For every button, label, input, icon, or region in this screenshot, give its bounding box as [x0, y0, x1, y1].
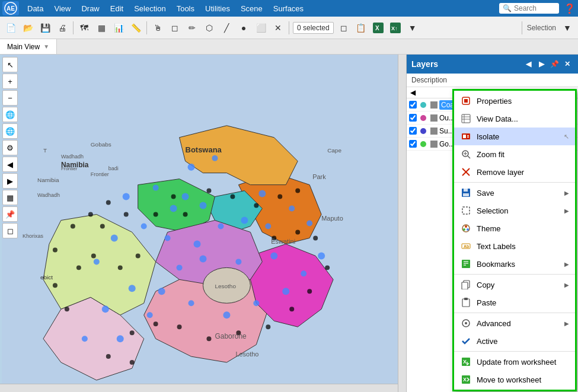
layer-check-0[interactable] — [409, 101, 417, 109]
open-btn[interactable]: 📂 — [20, 20, 36, 36]
panel-fwd-btn[interactable]: ▶ — [535, 58, 547, 70]
menu-data[interactable]: Data — [23, 3, 48, 14]
map-back-btn[interactable]: ◀ — [2, 157, 18, 172]
ctx-advanced[interactable]: Advanced ▶ — [454, 314, 575, 332]
panel-back-btn[interactable]: ◀ — [522, 58, 534, 70]
svg-point-25 — [282, 288, 289, 295]
map-fwd-btn[interactable]: ▶ — [2, 173, 18, 189]
svg-point-35 — [129, 285, 136, 292]
new-btn[interactable]: 📄 — [2, 20, 19, 36]
svg-point-126 — [467, 228, 469, 231]
menu-draw[interactable]: Draw — [76, 3, 104, 14]
excel2-btn[interactable]: X↑ — [387, 20, 404, 36]
ctx-properties-label: Properties — [477, 97, 569, 106]
svg-point-62 — [266, 324, 270, 329]
sel-drop[interactable]: ▼ — [559, 20, 576, 36]
map-flag-btn[interactable]: 📌 — [2, 206, 18, 222]
ctx-view-data[interactable]: View Data... — [454, 110, 575, 128]
svg-text:Wadhadh: Wadhadh — [37, 192, 60, 198]
ctx-isolate[interactable]: Isolate ↖ — [454, 128, 575, 145]
sel-icon[interactable]: ◻ — [336, 20, 352, 36]
search-box[interactable]: 🔍 — [499, 3, 559, 14]
more-btn[interactable]: ▼ — [404, 20, 421, 36]
map-scroll-horizontal[interactable] — [0, 384, 398, 392]
menu-view[interactable]: View — [49, 3, 75, 14]
map-btn[interactable]: 🗺 — [76, 20, 92, 36]
select-btn[interactable]: ◻ — [167, 20, 183, 36]
save-btn[interactable]: 💾 — [37, 20, 53, 36]
chart-btn[interactable]: 📊 — [110, 20, 127, 36]
measure-btn[interactable]: 📏 — [127, 20, 144, 36]
menu-tools[interactable]: Tools — [172, 3, 199, 14]
svg-point-36 — [94, 259, 100, 264]
svg-point-100 — [420, 128, 426, 134]
menu-scene[interactable]: Scene — [236, 3, 267, 14]
svg-point-18 — [235, 259, 241, 264]
svg-point-45 — [136, 253, 140, 258]
svg-text:Frontier: Frontier — [91, 171, 109, 177]
ctx-selection[interactable]: Selection ▶ — [454, 202, 575, 219]
excel-btn[interactable]: X — [370, 20, 387, 36]
print-btn[interactable]: 🖨 — [54, 20, 71, 36]
ctx-save-arrow: ▶ — [564, 190, 569, 196]
rect-btn[interactable]: ⬜ — [253, 20, 269, 36]
svg-text:Park: Park — [312, 173, 326, 180]
svg-point-12 — [165, 235, 171, 241]
svg-point-42 — [76, 265, 81, 270]
map-home-btn[interactable]: ↖ — [2, 57, 18, 72]
map-grid-btn[interactable]: ▦ — [2, 190, 18, 205]
ctx-move-worksheet[interactable]: X Move to worksheet — [454, 371, 575, 388]
menu-edit[interactable]: Edit — [106, 3, 128, 14]
ctx-save[interactable]: Save ▶ — [454, 184, 575, 202]
svg-point-29 — [258, 190, 266, 197]
line-btn[interactable]: ╱ — [218, 20, 235, 36]
map-clear-btn[interactable]: ◻ — [2, 223, 18, 238]
map-zoom-in-btn[interactable]: + — [2, 74, 18, 89]
erase-btn[interactable]: ✕ — [270, 20, 286, 36]
map-globe2-btn[interactable]: 🌐 — [2, 123, 18, 139]
help-button[interactable]: ❓ — [564, 3, 576, 14]
ctx-paste[interactable]: Paste — [454, 294, 575, 311]
svg-point-16 — [265, 224, 271, 230]
ctx-update-worksheet[interactable]: X Update from worksheet — [454, 353, 575, 371]
tab-main-view[interactable]: Main View ▼ — [0, 39, 57, 54]
svg-point-37 — [111, 234, 118, 241]
map-globe-btn[interactable]: 🌐 — [2, 107, 18, 122]
ctx-copy[interactable]: Copy ▶ — [454, 276, 575, 294]
polygon-btn[interactable]: ⬡ — [201, 20, 218, 36]
svg-point-55 — [295, 189, 300, 193]
map-settings-btn[interactable]: ⚙ — [2, 140, 18, 155]
search-input[interactable] — [514, 4, 555, 12]
sel-add[interactable]: 📋 — [353, 20, 369, 36]
svg-rect-130 — [462, 260, 470, 268]
ctx-zoom-fit[interactable]: Zoom fit — [454, 145, 575, 163]
menu-utilities[interactable]: Utilities — [200, 3, 235, 14]
menu-surfaces[interactable]: Surfaces — [269, 3, 308, 14]
ctx-active[interactable]: Active — [454, 332, 575, 350]
tab-close-icon[interactable]: ▼ — [43, 43, 49, 50]
panel-close-btn[interactable]: ✕ — [561, 58, 573, 70]
panel-pin-btn[interactable]: 📌 — [548, 58, 560, 70]
menu-selection[interactable]: Selection — [129, 3, 170, 14]
ctx-text-labels[interactable]: Ab Text Labels — [454, 237, 575, 255]
ctx-bookmarks[interactable]: Bookmarks ▶ — [454, 255, 575, 273]
ctx-bookmarks-arrow: ▶ — [564, 261, 569, 267]
svg-text:X: X — [463, 359, 467, 365]
ctx-copy-arrow: ▶ — [564, 282, 569, 288]
map-scroll-vertical[interactable] — [398, 55, 406, 392]
ctx-theme[interactable]: Theme — [454, 219, 575, 237]
layer-check-1[interactable] — [409, 114, 417, 122]
active-check-icon — [460, 335, 472, 347]
panel-title: Layers — [411, 59, 521, 69]
svg-point-23 — [223, 311, 230, 318]
ctx-properties[interactable]: Properties — [454, 92, 575, 110]
point-btn[interactable]: ● — [235, 20, 252, 36]
bookmarks-icon — [460, 258, 472, 270]
ctx-remove-layer[interactable]: Remove layer — [454, 163, 575, 181]
draw-btn[interactable]: ✏ — [184, 20, 200, 36]
pointer-btn[interactable]: 🖱 — [149, 20, 166, 36]
map-zoom-out-btn[interactable]: − — [2, 90, 18, 106]
layer-check-2[interactable] — [409, 127, 417, 135]
layer-btn[interactable]: ▦ — [93, 20, 110, 36]
layer-check-3[interactable] — [409, 140, 417, 148]
